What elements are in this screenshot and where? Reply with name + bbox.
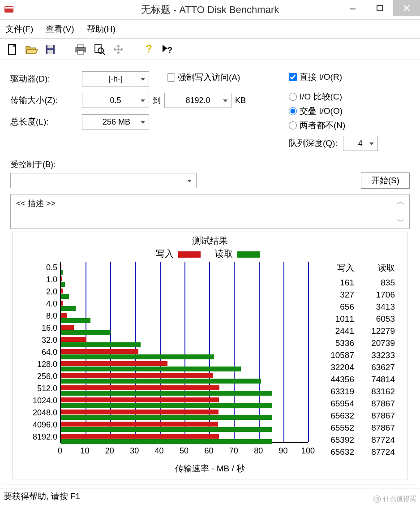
bar-row xyxy=(61,372,307,384)
x-tick-label: 40 xyxy=(155,446,164,456)
results-title: 测试结果 xyxy=(17,235,403,247)
bar-row xyxy=(61,397,307,409)
write-bar xyxy=(61,373,213,378)
write-bar xyxy=(61,276,62,281)
write-bar xyxy=(61,422,218,427)
watermark: 值 什么值得买 xyxy=(373,495,416,503)
y-tick-label: 16.0 xyxy=(17,324,57,333)
read-bar xyxy=(61,427,272,432)
move-icon[interactable] xyxy=(112,43,124,56)
bar-row xyxy=(61,300,307,312)
y-tick-label: 1.0 xyxy=(17,275,57,285)
read-value: 87867 xyxy=(362,410,395,422)
neither-radio[interactable]: 两者都不(N) xyxy=(289,120,410,131)
y-tick-label: 2.0 xyxy=(17,287,57,297)
menubar: 文件(F) 查看(V) 帮助(H) xyxy=(0,20,420,39)
write-value: 32204 xyxy=(321,361,354,373)
x-tick-label: 0 xyxy=(58,446,62,456)
x-tick-label: 60 xyxy=(204,446,213,456)
read-value: 20739 xyxy=(362,337,395,349)
start-button[interactable]: 开始(S) xyxy=(361,173,410,189)
bar-row xyxy=(61,312,307,324)
y-tick-label: 0.5 xyxy=(17,263,57,272)
svg-rect-1 xyxy=(5,7,13,9)
write-value: 63319 xyxy=(321,385,354,397)
maximize-button[interactable] xyxy=(366,0,393,16)
svg-text:?: ? xyxy=(167,46,172,55)
bar-row xyxy=(61,384,307,397)
total-length-label: 总长度(L): xyxy=(10,116,82,128)
scroll-down-icon[interactable]: ﹀ xyxy=(397,216,407,227)
open-icon[interactable] xyxy=(25,43,38,56)
y-tick-label: 64.0 xyxy=(17,348,57,357)
io-compare-radio[interactable]: I/O 比较(C) xyxy=(289,91,410,103)
read-bar xyxy=(61,282,65,287)
app-icon xyxy=(4,4,14,15)
bar-row xyxy=(61,324,307,336)
menu-help[interactable]: 帮助(H) xyxy=(87,23,116,35)
read-value: 87724 xyxy=(362,446,395,458)
x-tick-label: 30 xyxy=(130,446,139,456)
read-value: 83162 xyxy=(362,385,395,397)
controlled-by-select[interactable] xyxy=(10,173,197,188)
read-bar xyxy=(61,342,141,347)
menu-view[interactable]: 查看(V) xyxy=(46,23,74,35)
chart-legend: 写入 读取 xyxy=(17,248,403,260)
queue-depth-select[interactable]: 4 xyxy=(343,136,378,151)
print-icon[interactable] xyxy=(74,43,87,56)
description-box[interactable]: << 描述 >> ︿ ﹀ xyxy=(10,194,410,229)
read-value: 87867 xyxy=(362,422,395,434)
toolbar: ? ? xyxy=(0,39,420,60)
scrollbar[interactable]: ︿ ﹀ xyxy=(397,196,407,227)
minimize-button[interactable] xyxy=(339,0,366,16)
help-icon[interactable]: ? xyxy=(142,43,155,56)
context-help-icon[interactable]: ? xyxy=(161,43,174,56)
y-tick-label: 256.0 xyxy=(17,372,57,381)
direct-io-checkbox[interactable]: 直接 I/O(R) xyxy=(289,71,410,83)
scroll-up-icon[interactable]: ︿ xyxy=(397,196,407,207)
read-bar xyxy=(61,270,63,275)
queue-depth-label: 队列深度(Q): xyxy=(289,138,338,149)
read-value: 33233 xyxy=(362,349,395,361)
write-value: 656 xyxy=(321,301,354,313)
force-write-checkbox[interactable]: 强制写入访问(A) xyxy=(167,72,240,83)
bar-chart: 0.51.02.04.08.016.032.064.0128.0256.0512… xyxy=(17,262,321,462)
save-icon[interactable] xyxy=(44,43,56,56)
bar-row xyxy=(61,263,307,276)
write-bar xyxy=(61,410,219,414)
read-bar xyxy=(61,354,214,359)
controlled-by-label: 受控制于(B): xyxy=(10,159,410,170)
write-bar xyxy=(61,349,138,354)
transfer-size-label: 传输大小(Z): xyxy=(10,95,82,106)
read-bar xyxy=(61,367,241,371)
results-panel: 测试结果 写入 读取 0.51.02.04.08.016.032.064.012… xyxy=(12,232,408,479)
drive-select[interactable]: [-h-] xyxy=(82,71,149,86)
bar-row xyxy=(61,336,307,348)
menu-file[interactable]: 文件(F) xyxy=(5,23,33,35)
write-value: 65632 xyxy=(321,410,354,422)
overlapped-io-radio[interactable]: 交叠 I/O(O) xyxy=(289,105,410,117)
new-icon[interactable] xyxy=(6,43,19,56)
x-tick-label: 80 xyxy=(254,446,263,456)
read-value: 12279 xyxy=(362,325,395,337)
close-button[interactable] xyxy=(393,0,420,16)
size-to-select[interactable]: 8192.0 xyxy=(164,93,231,108)
write-legend-swatch xyxy=(178,251,201,258)
read-value: 87724 xyxy=(362,434,395,446)
write-bar xyxy=(61,301,63,306)
config-panel: 驱动器(D): [-h-] 强制写入访问(A) 传输大小(Z): 0.5 到 8… xyxy=(2,62,418,484)
svg-rect-3 xyxy=(377,5,382,11)
write-value: 65954 xyxy=(321,397,354,410)
x-tick-label: 20 xyxy=(105,446,114,456)
read-bar xyxy=(61,379,261,384)
write-column-header: 写入 xyxy=(321,262,354,274)
read-value: 63627 xyxy=(362,361,395,373)
x-axis-label: 传输速率 - MB / 秒 xyxy=(17,463,403,474)
svg-rect-10 xyxy=(77,45,84,47)
write-value: 65552 xyxy=(321,422,354,434)
size-from-select[interactable]: 0.5 xyxy=(82,93,149,108)
total-length-select[interactable]: 256 MB xyxy=(82,114,149,129)
bar-row xyxy=(61,421,307,433)
read-column-header: 读取 xyxy=(362,262,395,274)
print-preview-icon[interactable] xyxy=(93,43,106,56)
